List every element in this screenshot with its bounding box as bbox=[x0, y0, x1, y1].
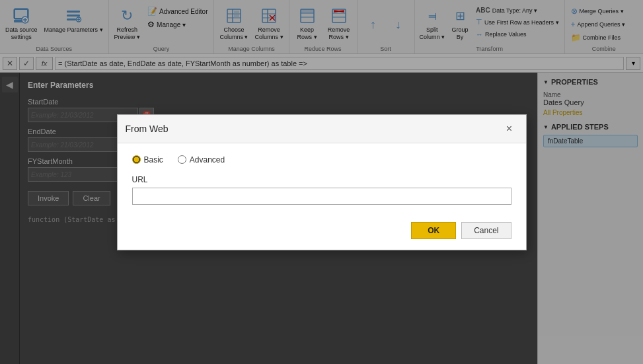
advanced-radio[interactable] bbox=[178, 155, 186, 164]
url-field-group: URL bbox=[132, 175, 511, 205]
basic-radio[interactable] bbox=[132, 155, 141, 164]
modal-title: From Web bbox=[126, 124, 169, 134]
modal-ok-button[interactable]: OK bbox=[411, 222, 456, 239]
from-web-modal: From Web × Basic Advanced URL bbox=[117, 114, 527, 250]
modal-header: From Web × bbox=[118, 115, 526, 143]
radio-group: Basic Advanced bbox=[132, 155, 511, 164]
modal-cancel-button[interactable]: Cancel bbox=[461, 222, 511, 239]
basic-radio-option[interactable]: Basic bbox=[132, 155, 163, 164]
modal-overlay: From Web × Basic Advanced URL bbox=[0, 0, 643, 364]
basic-radio-label: Basic bbox=[144, 155, 163, 164]
advanced-radio-label: Advanced bbox=[190, 155, 225, 164]
url-input[interactable] bbox=[132, 188, 511, 205]
modal-footer: OK Cancel bbox=[118, 210, 526, 250]
modal-body: Basic Advanced URL bbox=[118, 143, 526, 205]
modal-close-button[interactable]: × bbox=[501, 120, 518, 137]
url-label: URL bbox=[132, 175, 511, 184]
advanced-radio-option[interactable]: Advanced bbox=[178, 155, 225, 164]
